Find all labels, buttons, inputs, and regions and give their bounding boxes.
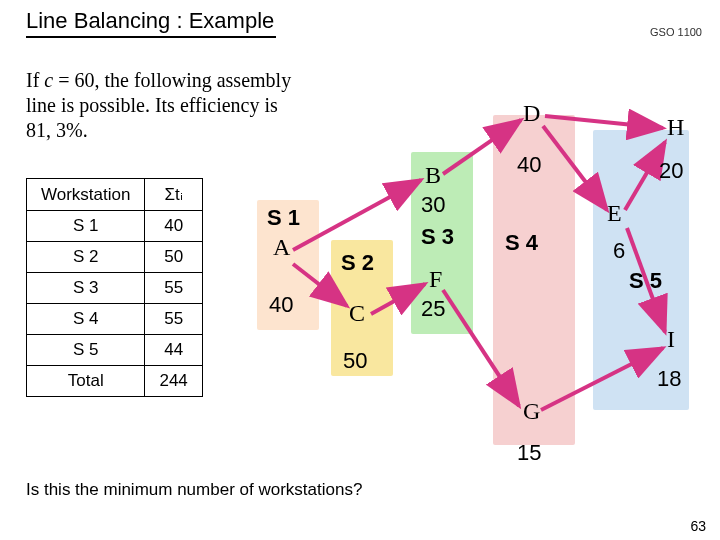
node-b-label: B bbox=[425, 162, 441, 189]
workstation-table: Workstation Σtᵢ S 140 S 250 S 355 S 455 … bbox=[26, 178, 203, 397]
node-a-label: A bbox=[273, 234, 290, 261]
node-f-value: 25 bbox=[421, 296, 445, 322]
desc-variable-c: c bbox=[44, 69, 53, 91]
cell-ws: Total bbox=[27, 366, 145, 397]
th-workstation: Workstation bbox=[27, 179, 145, 211]
node-h-label: H bbox=[667, 114, 684, 141]
node-c-value: 50 bbox=[343, 348, 367, 374]
station-label-s5: S 5 bbox=[629, 268, 662, 294]
cell-ws: S 4 bbox=[27, 304, 145, 335]
station-label-s2: S 2 bbox=[341, 250, 374, 276]
cell-ws: S 3 bbox=[27, 273, 145, 304]
table-row: Total244 bbox=[27, 366, 203, 397]
cell-ws: S 5 bbox=[27, 335, 145, 366]
cell-t: 55 bbox=[145, 273, 202, 304]
precedence-diagram: S 1 S 2 S 3 S 4 S 5 A 40 B 30 C 50 D 40 … bbox=[235, 70, 705, 450]
page-title: Line Balancing : Example bbox=[26, 8, 276, 38]
node-g-value: 15 bbox=[517, 440, 541, 466]
desc-prefix: If bbox=[26, 69, 44, 91]
node-i-label: I bbox=[667, 326, 675, 353]
node-b-value: 30 bbox=[421, 192, 445, 218]
table-row: S 455 bbox=[27, 304, 203, 335]
node-h-value: 20 bbox=[659, 158, 683, 184]
table-row: S 355 bbox=[27, 273, 203, 304]
node-e-label: E bbox=[607, 200, 622, 227]
node-f-label: F bbox=[429, 266, 442, 293]
node-g-label: G bbox=[523, 398, 540, 425]
cell-t: 50 bbox=[145, 242, 202, 273]
cell-t: 244 bbox=[145, 366, 202, 397]
cell-t: 55 bbox=[145, 304, 202, 335]
cell-t: 40 bbox=[145, 211, 202, 242]
node-a-value: 40 bbox=[269, 292, 293, 318]
cell-ws: S 1 bbox=[27, 211, 145, 242]
node-d-value: 40 bbox=[517, 152, 541, 178]
node-d-label: D bbox=[523, 100, 540, 127]
table-header-row: Workstation Σtᵢ bbox=[27, 179, 203, 211]
station-label-s3: S 3 bbox=[421, 224, 454, 250]
node-e-value: 6 bbox=[613, 238, 625, 264]
node-i-value: 18 bbox=[657, 366, 681, 392]
table-row: S 544 bbox=[27, 335, 203, 366]
page-number: 63 bbox=[690, 518, 706, 534]
th-sigma-t: Σtᵢ bbox=[145, 179, 202, 211]
station-label-s4: S 4 bbox=[505, 230, 538, 256]
table-row: S 140 bbox=[27, 211, 203, 242]
course-code: GSO 1100 bbox=[650, 26, 702, 38]
station-label-s1: S 1 bbox=[267, 205, 300, 231]
cell-t: 44 bbox=[145, 335, 202, 366]
table-row: S 250 bbox=[27, 242, 203, 273]
question-text: Is this the minimum number of workstatio… bbox=[26, 480, 362, 500]
node-c-label: C bbox=[349, 300, 365, 327]
cell-ws: S 2 bbox=[27, 242, 145, 273]
